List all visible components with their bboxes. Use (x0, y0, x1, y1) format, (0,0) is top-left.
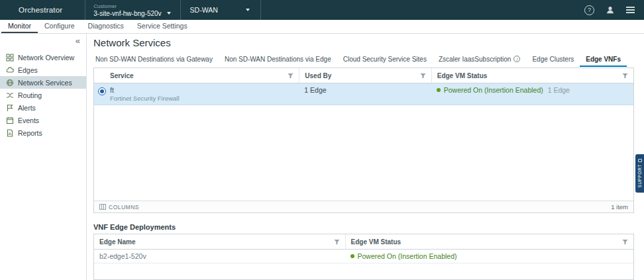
table-footer: COLUMNS 1 item (94, 201, 633, 212)
customer-selector[interactable]: Customer 3-site-vnf-hw-bng-520v (85, 2, 180, 19)
status-green-dot (437, 88, 441, 92)
sidebar-item-network-services[interactable]: Network Services (0, 76, 86, 89)
chat-icon (638, 159, 642, 162)
support-tab[interactable]: SUPPORT (635, 154, 644, 193)
info-icon: i (513, 56, 520, 62)
item-count: 1 item (611, 203, 628, 210)
tab-label: Zscaler IaasSubscription (439, 56, 511, 63)
tab-cloud-security[interactable]: Cloud Security Service Sites (337, 52, 433, 67)
table-header-row: Service Used By Edge VM Status (94, 68, 633, 83)
columns-button[interactable]: COLUMNS (99, 204, 139, 210)
customer-value: 3-site-vnf-hw-bng-520v (93, 10, 161, 17)
sidebar-item-alerts[interactable]: Alerts (0, 101, 86, 114)
cloud-icon (6, 66, 14, 74)
help-icon[interactable]: ? (584, 5, 594, 15)
sidebar-item-reports[interactable]: Reports (0, 126, 86, 139)
column-label: Edge Name (99, 238, 135, 246)
filter-funnel-icon[interactable] (334, 239, 340, 245)
tab-edge-vnfs[interactable]: Edge VNFs (580, 52, 627, 67)
edge-vnfs-table: Service Used By Edge VM Status ft Fortin… (93, 68, 634, 213)
customer-label: Customer (93, 3, 170, 9)
hamburger-menu-icon[interactable] (626, 7, 635, 13)
column-header-edge-vm-status: Edge VM Status (431, 68, 633, 83)
table-row[interactable]: b2-edge1-520v Powered On (Insertion Enab… (94, 250, 633, 263)
sidebar-item-events[interactable]: Events (0, 114, 86, 126)
row-radio-button[interactable] (98, 87, 106, 95)
app-title: Orchestrator (19, 6, 62, 14)
service-name: ft (110, 86, 294, 94)
vnf-deployments-title: VNF Edge Deployments (93, 223, 176, 231)
user-icon[interactable] (606, 5, 615, 15)
report-document-icon (6, 129, 14, 137)
column-label: Service (110, 72, 134, 79)
vnf-deployments-table: Edge Name Edge VM Status b2-edge1-520v P… (93, 234, 634, 280)
calendar-list-icon (6, 117, 14, 124)
table-row[interactable]: ft Fortinet Security Firewall 1 Edge Pow… (94, 83, 633, 105)
table-header-row: Edge Name Edge VM Status (94, 234, 633, 250)
tab-edge-clusters[interactable]: Edge Clusters (526, 52, 580, 67)
sidebar-item-routing[interactable]: Routing (0, 89, 86, 101)
tab-service-settings[interactable]: Service Settings (131, 20, 194, 33)
tab-nonsdwan-edge[interactable]: Non SD-WAN Destinations via Edge (219, 52, 337, 67)
tab-label: Cloud Security Service Sites (343, 56, 427, 63)
dashboard-grid-icon (6, 54, 14, 62)
main-content: Network Services Non SD-WAN Destinations… (87, 34, 644, 280)
network-services-tabs: Non SD-WAN Destinations via Gateway Non … (89, 52, 634, 67)
filter-funnel-icon[interactable] (622, 73, 628, 79)
globe-icon (6, 79, 14, 87)
routing-arrows-icon (6, 91, 14, 99)
primary-nav: Monitor Configure Diagnostics Service Se… (0, 20, 644, 34)
sidebar-collapse-icon[interactable]: « (76, 36, 80, 46)
vm-status-edge-count: 1 Edge (548, 86, 570, 94)
chevron-down-icon (167, 12, 171, 15)
product-selector[interactable]: SD-WAN (181, 6, 260, 14)
tab-diagnostics[interactable]: Diagnostics (81, 20, 131, 33)
service-subtitle: Fortinet Security Firewall (110, 95, 294, 102)
tab-label: Non SD-WAN Destinations via Gateway (95, 56, 213, 63)
table-empty-area (94, 105, 633, 201)
status-green-dot (350, 254, 354, 258)
column-header-used-by: Used By (299, 68, 431, 83)
column-label: Edge VM Status (437, 72, 488, 79)
page-title: Network Services (93, 37, 171, 48)
topbar: Orchestrator Customer 3-site-vnf-hw-bng-… (0, 0, 644, 20)
tab-label: Edge Clusters (532, 56, 574, 63)
sidebar-item-label: Reports (18, 129, 42, 137)
sidebar-item-label: Events (18, 117, 39, 124)
column-header-edge-name: Edge Name (94, 234, 345, 249)
column-header-service: Service (94, 68, 299, 83)
used-by-value: 1 Edge (299, 83, 431, 105)
tab-configure[interactable]: Configure (38, 20, 81, 33)
flag-icon (6, 104, 14, 112)
sidebar-item-label: Alerts (18, 104, 36, 112)
columns-button-label: COLUMNS (109, 204, 139, 210)
chevron-down-icon (246, 9, 250, 11)
tab-zscaler-iaas[interactable]: Zscaler IaasSubscriptioni (433, 52, 527, 67)
column-label: Edge VM Status (351, 238, 402, 246)
vm-status-text: Powered On (Insertion Enabled) (358, 252, 457, 260)
sidebar-item-network-overview[interactable]: Network Overview (0, 51, 86, 64)
sidebar-item-label: Edges (18, 66, 38, 74)
vm-status-text: Powered On (Insertion Enabled) (444, 86, 543, 94)
sidebar-item-label: Network Overview (18, 54, 74, 62)
tab-monitor[interactable]: Monitor (1, 20, 38, 33)
sidebar: « Network Overview Edges Network Service… (0, 34, 87, 280)
filter-funnel-icon[interactable] (288, 73, 294, 79)
sidebar-item-label: Routing (18, 91, 42, 99)
topbar-divider (260, 0, 261, 20)
filter-funnel-icon[interactable] (622, 239, 628, 245)
column-label: Used By (305, 72, 331, 79)
tab-nonsdwan-gateway[interactable]: Non SD-WAN Destinations via Gateway (89, 52, 219, 67)
tab-label: Edge VNFs (586, 56, 621, 63)
product-label: SD-WAN (190, 6, 218, 14)
sidebar-item-label: Network Services (18, 79, 72, 87)
sidebar-item-edges[interactable]: Edges (0, 64, 86, 76)
filter-funnel-icon[interactable] (420, 73, 426, 79)
edge-name-value: b2-edge1-520v (94, 250, 345, 263)
tab-label: Non SD-WAN Destinations via Edge (225, 56, 331, 63)
column-header-edge-vm-status: Edge VM Status (345, 234, 634, 249)
support-tab-label: SUPPORT (637, 164, 642, 188)
